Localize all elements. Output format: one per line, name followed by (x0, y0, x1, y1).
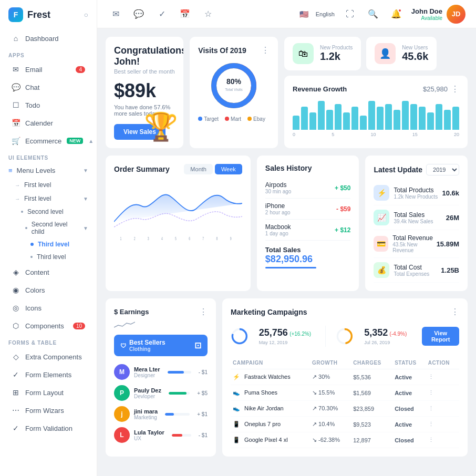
donut-chart-svg: 80% Total Visits (208, 59, 260, 112)
camp-action[interactable]: ⋮ (426, 369, 459, 385)
main-area: ✉ 💬 ✓ 📅 ☆ 🇺🇸 English ⛶ 🔍 🔔 John Doe Avai… (97, 0, 476, 476)
person-name: Lula Taylor (134, 429, 164, 436)
chat-topbar-icon[interactable]: 💬 (131, 6, 147, 22)
chevron-down-icon: ▼ (83, 225, 88, 231)
earnings-card: $ Earnings ⋮ 🛡 Best Sellers Clothing ⊡ M… (106, 298, 216, 457)
sidebar-item-second-level-child[interactable]: Second level child ▼ (0, 218, 97, 238)
year-select[interactable]: 2019 2020 (426, 164, 459, 175)
sales-items: Airpods 30 min ago + $50 iPhone 2 hour a… (265, 178, 351, 241)
check-topbar-icon[interactable]: ✓ (154, 6, 170, 22)
sidebar: F Frest ○ ⌂ Dashboard APPS ✉ Email 4 💬 C… (0, 0, 97, 476)
sales-history-title: Sales History (265, 164, 351, 172)
topbar-right: 🇺🇸 English ⛶ 🔍 🔔 John Doe Available JD (299, 5, 465, 24)
sidebar-item-menu-levels[interactable]: ≡ Menu Levels ▼ (0, 163, 97, 178)
camp-action[interactable]: ⋮ (426, 432, 459, 448)
sidebar-item-extra-components[interactable]: ◇ Extra Components (3, 348, 94, 365)
sidebar-item-form-wizars[interactable]: ⋯ Form Wizars (3, 402, 94, 419)
sidebar-item-chat[interactable]: 💬 Chat (3, 79, 94, 96)
person-bar (172, 434, 182, 437)
revenue-amount: $25,980 (423, 85, 448, 93)
revenue-axis: 0 5 10 15 20 (293, 132, 459, 137)
earnings-people: M Mera Lter Designer - $1 P Pauly Dez De… (114, 361, 208, 446)
earnings-menu-icon[interactable]: ⋮ (199, 307, 208, 317)
sidebar-item-ecommerce[interactable]: 🛒 Ecommerce NEW ▲ (3, 132, 94, 149)
fullscreen-icon[interactable]: ⛶ (342, 6, 358, 22)
person-bar-container (172, 434, 191, 437)
visits-menu-icon[interactable]: ⋮ (261, 45, 270, 55)
tab-week[interactable]: Week (215, 164, 242, 174)
ecommerce-badge: NEW (67, 138, 83, 144)
earnings-person: M Mera Lter Designer - $1 (114, 361, 208, 382)
section-ui: UI ELEMENTS (0, 150, 97, 163)
sidebar-item-todo[interactable]: ☐ Todo (3, 97, 94, 113)
arrow-right-icon: → (15, 182, 20, 188)
sidebar-item-icons[interactable]: ◎ Icons (3, 299, 94, 316)
bullet-icon (21, 211, 23, 213)
latest-item-value: 26M (446, 214, 459, 222)
sales-item: iPhone 2 hour ago - $59 (265, 199, 351, 220)
active-bullet-icon (30, 243, 34, 246)
sidebar-item-components[interactable]: ⬡ Components 10 (3, 317, 94, 334)
sidebar-item-third-level-1[interactable]: Third level (0, 238, 97, 251)
latest-item-name: Total Revenue (392, 234, 436, 242)
table-row: 📱 Google Pixel 4 xl ↘ -62.38% 12,897 Clo… (231, 432, 459, 448)
chevron-down-icon: ▼ (83, 196, 88, 202)
latest-item-value: 1.25B (441, 266, 459, 274)
svg-text:1: 1 (120, 235, 122, 241)
revenue-menu-icon[interactable]: ⋮ (451, 84, 459, 94)
sidebar-item-content[interactable]: ◈ Content (3, 264, 94, 281)
mail-icon[interactable]: ✉ (108, 6, 123, 22)
camp-action[interactable]: ⋮ (426, 417, 459, 432)
best-sellers-button[interactable]: 🛡 Best Sellers Clothing ⊡ (114, 335, 208, 356)
earnings-person: L Lula Taylor UX - $1 (114, 425, 208, 446)
language-label[interactable]: English (316, 11, 335, 17)
tab-month[interactable]: Month (184, 164, 213, 174)
latest-title: Latest Update (374, 165, 422, 174)
svg-text:80%: 80% (226, 77, 242, 86)
person-role: Marketing (134, 415, 158, 420)
sidebar-item-form-layout[interactable]: ⊞ Form Layout (3, 384, 94, 401)
settings-icon[interactable]: ○ (84, 11, 88, 19)
metric1-change: (+16.2%) (289, 331, 311, 337)
sidebar-item-calender[interactable]: 📅 Calender (3, 115, 94, 131)
camp-charges: $5,536 (351, 369, 392, 385)
sidebar-item-dashboard[interactable]: ⌂ Dashboard (3, 30, 94, 47)
sidebar-item-form-elements[interactable]: ✓ Form Elements (3, 366, 94, 383)
cart-icon: 🛒 (12, 137, 20, 145)
latest-item-sub: 39.4k New Sales (394, 219, 433, 224)
camp-action[interactable]: ⋮ (426, 401, 459, 417)
svg-text:Total Visits: Total Visits (225, 88, 243, 91)
marketing-menu-icon[interactable]: ⋮ (451, 307, 459, 317)
chevron-down-icon: ▼ (83, 168, 88, 173)
visits-header: Visits Of 2019 ⋮ (198, 45, 270, 55)
svg-text:7: 7 (202, 235, 204, 241)
camp-action[interactable]: ⋮ (426, 385, 459, 401)
star-topbar-icon[interactable]: ☆ (200, 6, 216, 22)
revenue-header: Revenue Growth $25,980 ⋮ (293, 84, 459, 94)
revenue-bar (318, 101, 325, 130)
calendar-topbar-icon[interactable]: 📅 (177, 6, 193, 22)
sidebar-item-email[interactable]: ✉ Email 4 (3, 61, 94, 78)
sales-item-left: Macbook 1 day ago (265, 223, 291, 236)
col-status: STATUS (392, 357, 426, 369)
revenue-bar (427, 112, 434, 130)
sidebar-item-second-level[interactable]: Second level (0, 205, 97, 218)
earnings-chart-label (114, 321, 208, 330)
sidebar-item-form-validation[interactable]: ✓ Form Validation (3, 420, 94, 437)
visits-card: Visits Of 2019 ⋮ 80% Total Visits Target (190, 37, 278, 148)
sidebar-item-first-level-1[interactable]: → First level (0, 178, 97, 192)
components-badge: 10 (73, 323, 85, 329)
user-profile[interactable]: John Doe Available JD (411, 5, 465, 24)
revenue-bar (309, 112, 316, 130)
metric2-value: 5,352 (364, 327, 388, 338)
products-value: 1.2k (320, 50, 353, 63)
language-flag: 🇺🇸 (299, 10, 308, 18)
sidebar-item-colors[interactable]: ◉ Colors (3, 282, 94, 298)
sidebar-item-first-level-2[interactable]: → First level ▼ (0, 192, 97, 205)
search-icon[interactable]: 🔍 (365, 6, 381, 22)
best-seller-label: Best Sellers (129, 339, 165, 346)
latest-items: ⚡ Total Products 1.2k New Products 10.6k… (374, 181, 459, 283)
notification-button[interactable]: 🔔 (388, 6, 404, 22)
sidebar-item-third-level-2[interactable]: Third level (0, 251, 97, 263)
view-report-button[interactable]: View Report (422, 327, 459, 346)
